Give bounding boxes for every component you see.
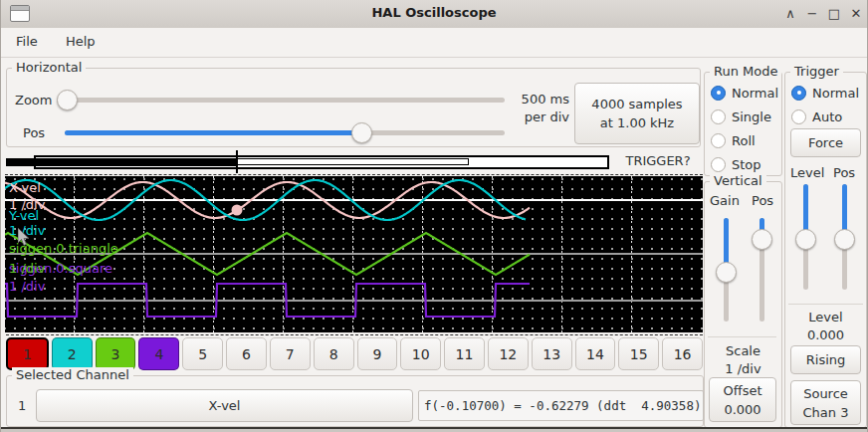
channel-button-4[interactable]: 4 — [138, 337, 179, 370]
trigger-level-slider-handle[interactable] — [795, 229, 816, 250]
edge-button[interactable]: Rising — [790, 345, 861, 374]
channel-button-15[interactable]: 15 — [618, 337, 659, 370]
channel-button-7[interactable]: 7 — [270, 337, 311, 370]
radio-option-roll[interactable]: Roll — [705, 128, 781, 152]
vertical-pos-header: Pos — [752, 193, 773, 208]
channel-button-11[interactable]: 11 — [444, 337, 485, 370]
vertical-pos-slider-handle[interactable] — [752, 229, 772, 250]
radio-icon — [711, 133, 726, 148]
radio-icon — [791, 86, 806, 101]
displayed-portion-bar — [6, 158, 237, 166]
trigger-level-caption: Level — [785, 310, 866, 324]
scope-bottom-separator — [6, 334, 703, 335]
trigger-separator — [788, 304, 863, 305]
zoom-slider-handle[interactable] — [57, 90, 78, 110]
radio-option-normal[interactable]: Normal — [785, 81, 866, 105]
channel-source-button[interactable]: X-vel — [36, 389, 413, 422]
channel-value-readout: f(-0.10700) = -0.62279 (ddt 4.90358) — [418, 390, 704, 421]
radio-label: Normal — [732, 86, 778, 101]
scope-channel-label: 1 /div — [9, 261, 45, 276]
level-header: Level — [790, 165, 824, 180]
trigger-pos-slider-handle[interactable] — [834, 229, 855, 250]
radio-icon — [791, 109, 806, 124]
hal-oscilloscope-window: HAL Oscilloscope ∧ − □ ✕ File Help Horiz… — [0, 0, 868, 432]
radio-option-auto[interactable]: Auto — [785, 105, 866, 128]
trigger-level-value: 0.000 — [785, 327, 866, 342]
channel-button-10[interactable]: 10 — [400, 337, 441, 370]
mouse-cursor-icon — [18, 228, 31, 246]
waveform-trace-sine — [5, 182, 530, 218]
pretrigger-bar — [237, 158, 469, 165]
radio-label: Roll — [732, 133, 756, 148]
vertical-group: Vertical Gain Pos Scale 1 /div Offset 0.… — [704, 181, 782, 428]
channel-button-5[interactable]: 5 — [182, 337, 223, 370]
scope-channel-label: X-vel — [9, 180, 41, 195]
close-icon[interactable]: ✕ — [845, 0, 867, 28]
minimize-icon[interactable]: − — [801, 0, 823, 28]
scope-channel-label: Y-vel — [9, 208, 39, 223]
scale-value: 1 /div — [705, 361, 781, 376]
trigger-point-marker — [232, 205, 243, 216]
scale-caption: Scale — [705, 343, 781, 358]
selected-channel-group-label: Selected Channel — [12, 367, 133, 382]
channel-button-row: 12345678910111213141516 — [6, 337, 703, 370]
radio-option-single[interactable]: Single — [705, 105, 781, 128]
channel-button-9[interactable]: 9 — [357, 337, 398, 370]
scope-channel-label: 1 /div — [9, 279, 45, 294]
radio-label: Stop — [732, 157, 761, 172]
menu-file[interactable]: File — [7, 28, 47, 49]
pos-slider-handle[interactable] — [351, 122, 372, 143]
gain-slider-handle[interactable] — [716, 262, 737, 283]
scope-display: X-vel1 /divY-vel1 /divsiggen.0.triangles… — [5, 176, 703, 332]
pos-label: Pos — [23, 125, 45, 140]
zoom-slider[interactable] — [57, 98, 505, 103]
channel-button-3[interactable]: 3 — [96, 337, 136, 370]
shade-icon[interactable]: ∧ — [779, 0, 801, 28]
trigger-group-label: Trigger — [790, 64, 843, 79]
trigger-pos-header: Pos — [833, 165, 855, 180]
channel-button-16[interactable]: 16 — [662, 337, 703, 370]
radio-label: Normal — [812, 86, 859, 101]
gain-header: Gain — [710, 193, 740, 208]
offset-button[interactable]: Offset 0.000 — [709, 377, 776, 422]
trigger-source-button[interactable]: Source Chan 3 — [790, 380, 861, 425]
force-button[interactable]: Force — [790, 128, 861, 157]
channel-button-8[interactable]: 8 — [314, 337, 354, 370]
menu-help[interactable]: Help — [57, 28, 105, 49]
channel-button-13[interactable]: 13 — [532, 337, 572, 370]
radio-icon — [711, 157, 726, 172]
window-bottom-edge — [1, 427, 867, 429]
selected-channel-number: 1 — [18, 398, 26, 413]
selected-channel-group: Selected Channel 1 X-vel f(-0.10700) = -… — [6, 375, 704, 427]
radio-label: Auto — [812, 109, 842, 124]
maximize-icon[interactable]: □ — [823, 0, 845, 28]
channel-button-1[interactable]: 1 — [6, 337, 49, 370]
channel-button-14[interactable]: 14 — [575, 337, 616, 370]
horizontal-group-label: Horizontal — [12, 60, 86, 75]
trigger-position-marker — [236, 150, 238, 173]
scope-top-separator — [5, 174, 703, 175]
radio-icon — [711, 109, 726, 124]
radio-icon — [711, 86, 726, 101]
horizontal-group: Horizontal Zoom Pos 500 ms per div 4000 … — [6, 68, 701, 147]
waveform-trace-square — [5, 284, 530, 317]
vertical-separator — [708, 336, 776, 337]
trigger-group: Trigger NormalAuto Force Level Pos Level… — [784, 72, 867, 428]
zoom-label: Zoom — [15, 93, 52, 108]
run-mode-group-label: Run Mode — [710, 64, 781, 79]
channel-button-12[interactable]: 12 — [488, 337, 529, 370]
channel-button-2[interactable]: 2 — [52, 337, 93, 370]
pos-slider-fill — [65, 130, 362, 135]
radio-option-normal[interactable]: Normal — [705, 81, 781, 105]
trigger-mode-options: NormalAuto — [785, 81, 866, 128]
run-mode-options: NormalSingleRollStop — [705, 81, 781, 176]
vertical-group-label: Vertical — [710, 173, 766, 188]
run-mode-group: Run Mode NormalSingleRollStop — [704, 72, 782, 176]
samples-button[interactable]: 4000 samples at 1.00 kHz — [574, 83, 700, 144]
channel-button-6[interactable]: 6 — [226, 337, 267, 370]
time-per-div-label: 500 ms per div — [510, 91, 569, 126]
trigger-status-label: TRIGGER? — [616, 153, 700, 168]
radio-label: Single — [732, 109, 771, 124]
titlebar: HAL Oscilloscope ∧ − □ ✕ — [1, 0, 867, 29]
window-title: HAL Oscilloscope — [1, 5, 867, 20]
